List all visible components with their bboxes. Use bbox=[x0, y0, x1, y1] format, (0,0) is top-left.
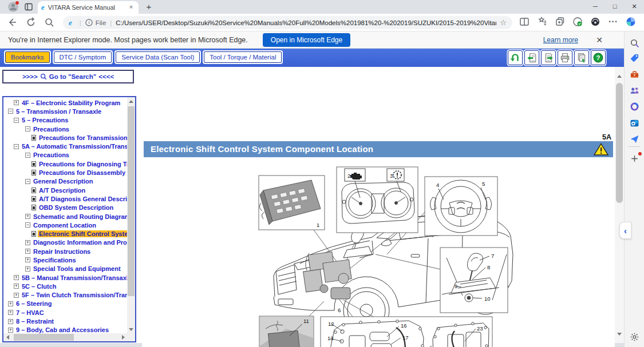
minimize-button[interactable]: ─ bbox=[586, 0, 605, 14]
tab-close-icon[interactable]: × bbox=[127, 3, 135, 11]
tree-item[interactable]: −5 – Precautions bbox=[3, 116, 127, 125]
expand-icon[interactable]: + bbox=[14, 284, 19, 289]
tree-item[interactable]: A/T Description bbox=[3, 186, 127, 194]
extension-browser-icon[interactable] bbox=[590, 17, 600, 27]
toolbar-button-bookmarks[interactable]: Bookmarks bbox=[5, 51, 50, 63]
tree-item[interactable]: −Precautions bbox=[3, 125, 127, 133]
print-section-icon[interactable] bbox=[574, 50, 589, 65]
tree-item[interactable]: +Repair Instructions bbox=[3, 247, 127, 256]
document-icon[interactable] bbox=[31, 231, 36, 237]
toolbox-icon[interactable] bbox=[630, 70, 639, 79]
tree-item[interactable]: +7 – HVAC bbox=[3, 308, 127, 317]
people-icon[interactable] bbox=[630, 86, 639, 95]
tree-item[interactable]: −5A – Automatic Transmission/Transaxl bbox=[3, 142, 127, 150]
tree-item-selected[interactable]: Electronic Shift Control System C bbox=[3, 229, 127, 238]
tree-item[interactable]: OBD System Description bbox=[3, 204, 127, 212]
tree-item[interactable]: +9 – Body, Cab and Accessories bbox=[3, 326, 127, 333]
tree-item[interactable]: −Precautions bbox=[3, 151, 127, 159]
collapse-icon[interactable]: − bbox=[25, 222, 30, 228]
add-icon[interactable] bbox=[630, 154, 639, 163]
page-next-icon[interactable] bbox=[541, 50, 556, 65]
tree-item[interactable]: +6 – Steering bbox=[3, 300, 127, 308]
tree-item[interactable]: −General Description bbox=[3, 177, 127, 186]
refresh-icon[interactable] bbox=[25, 17, 37, 28]
print-icon[interactable] bbox=[558, 50, 572, 65]
collapse-icon[interactable]: − bbox=[14, 118, 19, 123]
scroll-down-arrow[interactable] bbox=[127, 325, 135, 333]
toolbar-button-service-data-scan-tool[interactable]: Service Data (Scan Tool) bbox=[116, 51, 200, 63]
info-icon[interactable]: i bbox=[85, 19, 93, 26]
collapse-icon[interactable]: − bbox=[25, 153, 30, 158]
tree-item[interactable]: Precautions for Disassembly and bbox=[3, 168, 127, 177]
collections-icon[interactable] bbox=[555, 17, 565, 27]
expand-icon[interactable]: + bbox=[8, 328, 13, 333]
content-scroll-down-arrow[interactable] bbox=[615, 329, 624, 338]
maximize-button[interactable]: □ bbox=[605, 0, 625, 14]
go-to-search-button[interactable]: >>>> Go to "Search" <<<< bbox=[2, 70, 134, 83]
expand-icon[interactable]: + bbox=[25, 266, 30, 272]
tree-item[interactable]: +4F – Electronic Stability Program bbox=[3, 98, 127, 107]
tree-hscroll-thumb[interactable] bbox=[14, 334, 74, 341]
banner-close-icon[interactable]: ✕ bbox=[594, 35, 605, 45]
favorites-icon[interactable] bbox=[537, 17, 547, 27]
scroll-up-arrow[interactable] bbox=[127, 97, 135, 105]
document-icon[interactable] bbox=[31, 205, 36, 210]
url-text[interactable]: C:/Users/USER/Desktop/Suzuki%20Service%2… bbox=[116, 19, 496, 26]
return-icon[interactable] bbox=[508, 50, 523, 65]
tree-item[interactable]: +5F – Twin Clutch Transmission/Transa bbox=[3, 291, 127, 300]
toolbar-button-dtc-symptom[interactable]: DTC / Symptom bbox=[54, 51, 112, 63]
content-scroll-up-arrow[interactable] bbox=[615, 71, 624, 81]
tree-item[interactable]: −Component Location bbox=[3, 221, 127, 229]
tree-item[interactable]: +8 – Restraint bbox=[3, 317, 127, 325]
content-scroll-thumb[interactable] bbox=[616, 83, 623, 203]
search-icon[interactable] bbox=[44, 17, 55, 28]
outlook-icon[interactable] bbox=[630, 118, 639, 128]
tree-item[interactable]: +Schematic and Routing Diagram bbox=[3, 212, 127, 221]
open-in-edge-button[interactable]: Open in Microsoft Edge bbox=[263, 33, 350, 47]
tree-item[interactable]: Precautions for Diagnosing Troub bbox=[3, 159, 127, 168]
expand-icon[interactable]: + bbox=[8, 310, 13, 315]
more-options-icon[interactable]: ··· bbox=[608, 17, 618, 27]
content-scrollbar[interactable] bbox=[615, 67, 624, 343]
expand-icon[interactable]: + bbox=[14, 275, 19, 280]
expand-icon[interactable]: + bbox=[25, 240, 30, 245]
tree-item[interactable]: −5 – Transmission / Transaxle bbox=[3, 107, 127, 115]
collapse-icon[interactable]: − bbox=[14, 144, 19, 149]
tree-item[interactable]: +Diagnostic Information and Proced bbox=[3, 238, 127, 247]
expand-icon[interactable]: + bbox=[25, 257, 30, 262]
search-icon[interactable] bbox=[630, 38, 639, 48]
tree-vertical-scrollbar[interactable] bbox=[127, 97, 135, 333]
collapse-icon[interactable]: − bbox=[25, 179, 30, 184]
expand-icon[interactable]: + bbox=[8, 301, 13, 306]
collapse-icon[interactable]: − bbox=[25, 126, 30, 131]
tree-horizontal-scrollbar[interactable] bbox=[3, 333, 127, 341]
expand-icon[interactable]: + bbox=[14, 293, 19, 298]
help-icon[interactable]: ? bbox=[591, 50, 606, 65]
new-tab-button[interactable]: + bbox=[143, 2, 155, 13]
tab-actions-icon[interactable] bbox=[24, 2, 33, 11]
page-previous-icon[interactable] bbox=[524, 50, 539, 65]
scroll-right-arrow[interactable] bbox=[119, 333, 127, 341]
close-button[interactable]: ✕ bbox=[625, 0, 644, 14]
tree-item[interactable]: +5B – Manual Transmission/Transaxle bbox=[3, 273, 127, 282]
expand-icon[interactable]: + bbox=[25, 249, 30, 254]
profile-avatar[interactable] bbox=[8, 2, 18, 12]
tree-item[interactable]: +Specifications bbox=[3, 256, 127, 264]
tree-item[interactable]: A/T Diagnosis General Descriptio bbox=[3, 194, 127, 203]
document-icon[interactable] bbox=[31, 170, 36, 176]
address-field[interactable]: e | i File | C:/Users/USER/Desktop/Suzuk… bbox=[63, 16, 512, 29]
document-icon[interactable] bbox=[31, 161, 36, 167]
sidebar-collapse-button[interactable]: ‹ bbox=[619, 222, 631, 239]
drop-icon[interactable] bbox=[630, 134, 639, 144]
expand-icon[interactable]: + bbox=[25, 214, 30, 219]
settings-icon[interactable] bbox=[630, 332, 639, 342]
toolbar-button-tool-torque-material[interactable]: Tool / Torque / Material bbox=[204, 51, 282, 63]
extension-check-icon[interactable] bbox=[572, 17, 583, 27]
tree-item[interactable]: Precautions for Transmission / T bbox=[3, 133, 127, 142]
document-icon[interactable] bbox=[31, 188, 36, 193]
tree-item[interactable]: +5C – Clutch bbox=[3, 282, 127, 290]
document-icon[interactable] bbox=[31, 135, 36, 141]
scroll-left-arrow[interactable] bbox=[3, 333, 11, 341]
copilot-icon[interactable] bbox=[626, 17, 636, 27]
back-icon[interactable] bbox=[7, 17, 18, 28]
